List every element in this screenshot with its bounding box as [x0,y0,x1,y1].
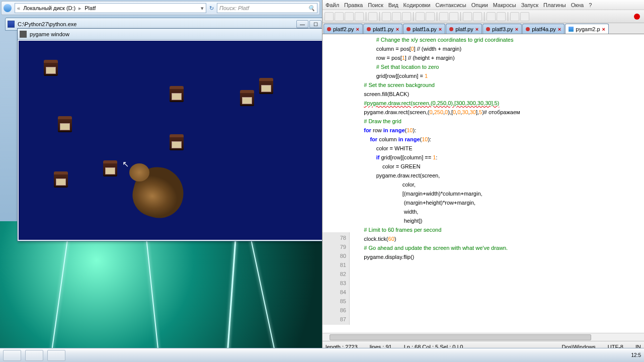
menu-Синтаксисы[interactable]: Синтаксисы [436,2,466,8]
close-tab-icon[interactable]: × [515,26,518,32]
wrap-icon[interactable] [487,12,496,21]
show-all-icon[interactable] [497,12,506,21]
pygame-title-text: pygame window [30,31,69,37]
taskbar-item[interactable] [25,350,43,361]
maximize-button[interactable]: ☐ [309,20,321,28]
jar-sprite [259,78,273,94]
undo-icon[interactable] [416,12,425,21]
breadcrumb-folder[interactable]: Platf [85,5,96,11]
taskbar-item[interactable] [47,350,65,361]
unsaved-icon [367,27,371,31]
menu-Вид[interactable]: Вид [388,2,398,8]
tab-pygam2.p[interactable]: pygam2.p× [565,24,609,34]
console-icon [8,21,15,28]
record-macro-icon[interactable] [634,14,640,20]
jar-sprite [240,90,254,106]
tab-bar: platf2.py×platf1.py×platf1a.py×platf.py×… [323,23,644,34]
close-tab-icon[interactable]: × [558,26,561,32]
taskbar-item[interactable] [3,350,21,361]
taskbar[interactable]: 12:5 [0,348,644,362]
menu-Макросы[interactable]: Макросы [493,2,516,8]
replace-icon[interactable] [449,12,458,21]
zoom-out-icon[interactable] [473,12,482,21]
tab-platf.py[interactable]: platf.py× [446,24,482,34]
toolbar [323,10,644,23]
menu-?[interactable]: ? [589,2,592,8]
menu-Файл[interactable]: Файл [326,2,339,8]
tab-platf1a.py[interactable]: platf1a.py× [403,24,445,34]
explorer-search[interactable]: Поиск: Platf 🔍 [217,3,317,13]
paste-icon[interactable] [402,12,411,21]
tab-platf3.py[interactable]: platf3.py× [482,24,522,34]
tab-platf4a.py[interactable]: platf4a.py× [522,24,565,34]
explorer-address-bar: « Локальный диск (D:) ▸ Platf ▾ ↻ Поиск:… [1,1,320,15]
notepad-plus-plus: ФайлПравкаПоискВидКодировкиСинтаксисыОпц… [322,0,644,352]
code-editor[interactable]: # Change the x/y screen coordinates to g… [323,34,644,333]
open-icon[interactable] [335,12,344,21]
find-icon[interactable] [439,12,448,21]
console-title: C:\Python27\python.exe [18,21,76,27]
unsaved-icon [486,27,490,31]
search-icon: 🔍 [308,5,315,12]
unsaved-icon [407,27,411,31]
jar-sprite [44,60,58,76]
unsaved-icon [526,27,530,31]
file-icon [569,27,574,32]
chevron-right-icon: ▸ [78,5,82,12]
close-tab-icon[interactable]: × [475,26,478,32]
tab-platf1.py[interactable]: platf1.py× [363,24,403,34]
close-tab-icon[interactable]: × [396,26,399,32]
unsaved-icon [327,27,331,31]
minimize-button[interactable]: — [296,20,308,28]
game-canvas[interactable]: ↖ [19,41,370,240]
print-icon[interactable] [368,12,377,21]
mouse-cursor: ↖ [122,159,128,168]
line-numbers: 78798081828384858687 [323,232,350,325]
menu-Опции[interactable]: Опции [471,2,488,8]
bear-sprite [133,167,184,218]
copy-icon[interactable] [392,12,401,21]
refresh-icon[interactable]: ↻ [209,5,214,12]
redo-icon[interactable] [426,12,435,21]
horizontal-scrollbar[interactable] [323,333,644,341]
jar-sprite [103,160,117,176]
jar-sprite [170,134,184,150]
new-icon[interactable] [325,12,334,21]
menu-Запуск[interactable]: Запуск [521,2,538,8]
pygame-icon [20,31,27,38]
jar-sprite [58,116,72,132]
close-tab-icon[interactable]: × [356,26,359,32]
cut-icon[interactable] [382,12,391,21]
unsaved-icon [449,27,453,31]
menu-Правка[interactable]: Правка [344,2,363,8]
close-tab-icon[interactable]: × [439,26,442,32]
function-list-icon[interactable] [510,12,519,21]
pygame-window[interactable]: pygame window — ☐ ✕ ↖ [17,28,371,241]
save-all-icon[interactable] [355,12,364,21]
back-icon[interactable] [4,4,12,12]
close-tab-icon[interactable]: × [602,26,605,32]
jar-sprite [170,86,184,102]
address-field[interactable]: « Локальный диск (D:) ▸ Platf ▾ [15,3,206,13]
zoom-in-icon[interactable] [463,12,472,21]
menu-Кодировки[interactable]: Кодировки [404,2,431,8]
tab-platf2.py[interactable]: platf2.py× [324,24,363,34]
pygame-titlebar[interactable]: pygame window — ☐ ✕ [18,29,371,40]
dropdown-icon[interactable]: ▾ [201,5,204,12]
jar-sprite [54,171,68,188]
system-clock[interactable]: 12:5 [631,352,641,358]
doc-map-icon[interactable] [520,12,529,21]
menu-bar: ФайлПравкаПоискВидКодировкиСинтаксисыОпц… [323,0,644,10]
menu-Плагины[interactable]: Плагины [543,2,566,8]
save-icon[interactable] [345,12,354,21]
menu-Окна[interactable]: Окна [571,2,584,8]
breadcrumb-drive[interactable]: Локальный диск (D:) [23,5,75,11]
menu-Поиск[interactable]: Поиск [368,2,383,8]
